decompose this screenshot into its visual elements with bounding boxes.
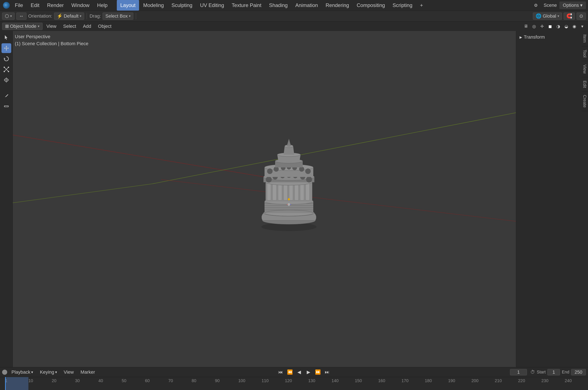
next-keyframe-btn[interactable]: ⏩ [314,368,321,376]
chevron-down-icon: ▾ [10,14,12,18]
drag-dropdown[interactable]: Select Box ▾ [103,12,133,20]
workspace-tab-sculpting[interactable]: Sculpting [168,0,196,11]
viewport[interactable]: User Perspective (1) Scene Collection | … [13,31,588,367]
playback-label: Playback [11,369,30,375]
play-forward-btn[interactable]: ▶ [305,368,312,376]
render-mode-icon[interactable]: 🖥 [522,23,529,30]
workspace-tab-compositing[interactable]: Compositing [353,0,388,11]
svg-point-4 [4,71,5,72]
tab-edit-prop[interactable]: Edit [582,77,588,92]
playback-menu[interactable]: Playback ▾ [9,369,36,376]
measure-tool-btn[interactable] [1,101,11,111]
menu-item-edit[interactable]: Edit [27,0,43,11]
menu-item-help[interactable]: Help [94,0,111,11]
workspace-tab-scripting[interactable]: Scripting [389,0,416,11]
menu-item-window[interactable]: Window [68,0,93,11]
object-mode-label: Object Mode [10,24,37,29]
frame-number: 10 [28,378,52,383]
tab-tool[interactable]: Tool [582,46,588,61]
frame-number: 30 [75,378,98,383]
frame-highlight [5,377,28,390]
object-mode-btn[interactable]: Object Mode ▾ [2,23,43,30]
jump-end-btn[interactable]: ⏭ [323,368,331,376]
keying-label: Keying [40,369,54,375]
svg-rect-27 [273,183,276,200]
select-menu[interactable]: Select [60,23,79,30]
shading-mode-2[interactable]: ◑ [554,23,562,30]
move-tool-btn[interactable] [1,43,11,53]
jump-start-btn[interactable]: ⏮ [277,368,284,376]
marker-menu[interactable]: Marker [78,369,98,376]
keying-menu[interactable]: Keying ▾ [37,369,59,376]
shading-mode-3[interactable]: ◒ [563,23,570,30]
workspace-tab-modeling[interactable]: Modeling [140,0,167,11]
transform-tool-btn[interactable] [1,75,11,85]
gizmo-icon[interactable]: ✛ [538,23,546,30]
header-bar: Object Mode ▾ View Select Add Object 🖥 ◎… [0,21,588,31]
proportional-btn[interactable]: ⊙ [577,12,586,20]
menu-item-file[interactable]: File [11,0,27,11]
end-frame-input[interactable] [571,369,586,375]
timeline-ruler[interactable]: 1102030405060708090100110120130140150160… [0,377,588,390]
add-menu[interactable]: Add [80,23,94,30]
view-menu[interactable]: View [43,23,59,30]
start-label: Start [537,370,546,375]
svg-rect-31 [295,183,298,200]
object-menu[interactable]: Object [95,23,115,30]
snap-btn[interactable]: 🧲 [564,12,575,20]
workspace-tab-rendering[interactable]: Rendering [322,0,353,11]
record-btn[interactable] [2,370,7,375]
svg-rect-29 [284,183,287,200]
current-frame-input[interactable] [510,369,527,375]
tab-view[interactable]: View [582,61,588,77]
drag-label: Drag: [89,13,101,19]
shading-mode-1[interactable]: ◼ [547,23,554,30]
tab-item[interactable]: Item [582,31,588,46]
global-dropdown[interactable]: 🌐 Global ▾ [533,12,562,20]
prev-keyframe-btn[interactable]: ⏪ [286,368,294,376]
svg-point-5 [8,67,9,68]
frame-number: 110 [262,378,285,383]
svg-point-42 [306,177,312,183]
top-menu-bar: File Edit Render Window Help Layout Mode… [0,0,588,11]
orientation-dropdown[interactable]: ⚡ Default ▾ [54,12,84,20]
frame-number: 90 [215,378,238,383]
collapse-btn[interactable]: ▶ [519,35,522,39]
menu-item-render[interactable]: Render [44,0,67,11]
rotate-tool-btn[interactable] [1,54,11,64]
shading-dropdown[interactable]: ▾ [579,23,586,30]
svg-rect-30 [289,183,293,200]
transform-orientation-btn[interactable]: ↔ [16,12,27,20]
svg-point-36 [266,177,272,183]
view-timeline-menu[interactable]: View [61,369,76,376]
shading-mode-4[interactable]: ◉ [571,23,578,30]
transform-panel-header: ▶ Transform [519,34,578,40]
workspace-tab-layout[interactable]: Layout [117,0,139,11]
frame-number: 240 [565,378,588,383]
cursor-tool-btn[interactable] [1,33,11,43]
view-mode-btn[interactable]: ⬡ ▾ [2,12,15,20]
workspace-tab-texture-paint[interactable]: Texture Paint [228,0,265,11]
frame-number: 120 [285,378,308,383]
options-button[interactable]: Options ▾ [559,1,586,9]
workspace-tab-animation[interactable]: Animation [292,0,321,11]
svg-rect-32 [300,183,304,200]
annotate-tool-btn[interactable] [1,91,11,100]
orientation-icon-inner: ⚡ [57,13,63,19]
start-frame-input[interactable] [547,369,560,375]
tab-create[interactable]: Create [582,92,588,111]
workspace-tab-add[interactable]: + [417,0,426,11]
orientation-label: Orientation: [28,13,52,19]
engine-icon[interactable]: ⚙ [532,2,540,9]
workspace-tab-shading[interactable]: Shading [266,0,291,11]
overlay-icon[interactable]: ◎ [530,23,538,30]
play-reverse-btn[interactable]: ◀ [295,368,303,376]
scale-tool-btn[interactable] [1,64,11,74]
left-toolbar [0,31,13,367]
chevron-down-icon: ▾ [38,24,39,28]
svg-line-16 [161,180,521,222]
perspective-label: User Perspective [15,33,88,40]
svg-point-1 [4,67,5,68]
collection-label: (1) Scene Collection | Bottom Piece [15,40,88,47]
workspace-tab-uv-editing[interactable]: UV Editing [197,0,228,11]
